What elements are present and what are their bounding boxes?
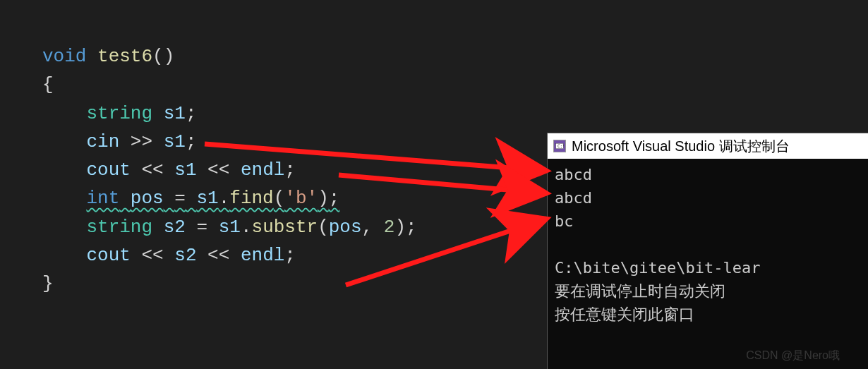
var-pos: pos	[131, 188, 164, 209]
num-literal: 2	[384, 217, 395, 238]
var-endl: endl	[241, 245, 284, 266]
watermark: CSDN @是Nero哦	[746, 349, 840, 363]
code-line: string s1;	[42, 99, 868, 128]
semicolon: ;	[284, 245, 296, 266]
op-insert: <<	[207, 159, 229, 181]
var-s1: s1	[174, 159, 196, 181]
open-paren: (	[274, 188, 285, 209]
vs-console-icon: C:\	[553, 140, 566, 152]
var-s1: s1	[219, 217, 241, 238]
comma: ,	[362, 217, 373, 238]
debug-console-window[interactable]: C:\ Microsoft Visual Studio 调试控制台 abcd a…	[547, 133, 868, 369]
method-substr: substr	[252, 217, 318, 238]
semicolon: ;	[406, 217, 417, 238]
char-literal: 'b'	[284, 188, 318, 209]
console-output-line: C:\bite\gitee\bit-lear	[555, 259, 760, 277]
close-paren: )	[394, 217, 406, 238]
op-insert: <<	[141, 159, 163, 181]
type-int: int	[86, 188, 119, 209]
var-s2: s2	[164, 217, 186, 238]
var-cout: cout	[86, 245, 130, 266]
close-brace: }	[42, 273, 54, 294]
var-cout: cout	[86, 159, 130, 181]
close-paren: )	[318, 188, 329, 209]
semicolon: ;	[186, 131, 197, 152]
console-title: Microsoft Visual Studio 调试控制台	[572, 137, 790, 156]
type-string: string	[86, 217, 152, 238]
method-find: find	[229, 188, 273, 209]
console-title-bar[interactable]: C:\ Microsoft Visual Studio 调试控制台	[548, 133, 868, 159]
op-extract: >>	[131, 131, 152, 152]
semicolon: ;	[329, 188, 340, 209]
op-insert: <<	[207, 245, 229, 266]
console-output-line: bc	[555, 212, 574, 230]
open-paren: (	[318, 217, 329, 238]
var-s1: s1	[164, 103, 186, 124]
console-output-line: abcd	[555, 166, 592, 183]
op-assign: =	[174, 188, 186, 209]
op-assign: =	[196, 217, 207, 238]
semicolon: ;	[186, 103, 197, 124]
keyword-void: void	[42, 46, 86, 67]
open-brace: {	[42, 74, 54, 95]
code-line: {	[42, 71, 868, 99]
var-s2: s2	[174, 245, 196, 266]
op-insert: <<	[141, 245, 163, 266]
console-body[interactable]: abcd abcd bc C:\bite\gitee\bit-lear 要在调试…	[548, 159, 868, 369]
console-output-line: abcd	[555, 189, 592, 207]
var-s1: s1	[164, 131, 186, 152]
console-output-line: 按任意键关闭此窗口	[555, 306, 694, 323]
code-line: void test6()	[42, 42, 868, 71]
var-cin: cin	[86, 131, 119, 152]
dot: .	[219, 188, 230, 209]
dot: .	[241, 217, 252, 238]
type-string: string	[86, 103, 152, 124]
function-name: test6	[97, 46, 152, 67]
semicolon: ;	[284, 159, 296, 181]
var-s1: s1	[196, 188, 218, 209]
svg-text:C:\: C:\	[557, 143, 564, 148]
close-paren: )	[164, 46, 175, 67]
console-output-line: 要在调试停止时自动关闭	[555, 282, 725, 300]
var-pos: pos	[329, 217, 362, 238]
var-endl: endl	[241, 159, 284, 181]
open-paren: (	[152, 46, 164, 67]
